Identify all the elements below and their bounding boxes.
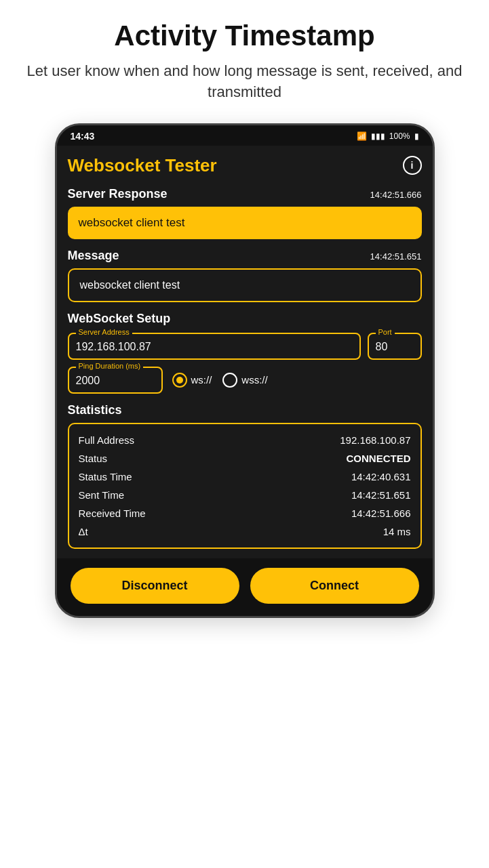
stat-row: Sent Time14:42:51.651 [79, 486, 411, 504]
protocol-wss-option[interactable]: wss:// [222, 373, 267, 388]
battery-icon: ▮ [414, 131, 419, 141]
stat-value: CONNECTED [346, 453, 410, 464]
status-time: 14:43 [71, 131, 95, 142]
server-response-timestamp: 14:42:51.666 [370, 190, 422, 200]
wss-label: wss:// [241, 374, 267, 386]
ping-field[interactable]: Ping Duration (ms) 2000 [68, 367, 163, 394]
stat-value: 14:42:51.666 [351, 508, 411, 519]
statistics-box: Full Address192.168.100.87StatusCONNECTE… [68, 423, 422, 549]
statistics-section: Statistics Full Address192.168.100.87Sta… [68, 403, 422, 549]
info-icon[interactable]: i [403, 156, 422, 175]
ping-label: Ping Duration (ms) [76, 362, 144, 370]
message-timestamp: 14:42:51.651 [370, 251, 422, 262]
wss-radio[interactable] [222, 373, 237, 388]
server-address-value: 192.168.100.87 [76, 338, 353, 353]
battery-text: 100% [389, 131, 410, 141]
stat-value: 14:42:51.651 [351, 489, 411, 501]
server-response-label: Server Response [68, 187, 168, 201]
stat-row: StatusCONNECTED [79, 449, 411, 468]
page-subtitle: Let user know when and how long message … [14, 61, 475, 103]
status-bar: 14:43 📶 ▮▮▮ 100% ▮ [57, 125, 433, 146]
bottom-bar: Disconnect Connect [57, 558, 433, 616]
stat-key: Δt [79, 526, 88, 537]
connect-button[interactable]: Connect [250, 568, 419, 604]
protocol-group: ws:// wss:// [172, 373, 268, 388]
server-response-value: websocket client test [79, 216, 185, 229]
ws-label: ws:// [191, 374, 212, 386]
signal-icon: ▮▮▮ [371, 131, 385, 141]
app-title: Websocket Tester [68, 155, 217, 176]
message-box[interactable]: websocket client test [68, 268, 422, 302]
stat-key: Sent Time [79, 489, 125, 501]
stat-key: Full Address [79, 434, 135, 446]
websocket-setup-section: WebSocket Setup Server Address 192.168.1… [68, 312, 422, 394]
message-value: websocket client test [80, 279, 180, 291]
stat-key: Status [79, 453, 108, 464]
ws-radio[interactable] [172, 373, 187, 388]
wifi-icon: 📶 [357, 131, 367, 141]
ping-protocol-row: Ping Duration (ms) 2000 ws:// wss:// [68, 367, 422, 394]
page-title: Activity Timestamp [114, 20, 374, 51]
stat-key: Received Time [79, 508, 146, 519]
stat-value: 14:42:40.631 [351, 471, 411, 482]
stat-row: Status Time14:42:40.631 [79, 468, 411, 486]
message-header: Message 14:42:51.651 [68, 249, 422, 263]
setup-title: WebSocket Setup [68, 312, 422, 326]
stat-key: Status Time [79, 471, 132, 482]
ping-value: 2000 [76, 372, 155, 387]
stat-row: Received Time14:42:51.666 [79, 504, 411, 522]
app-header: Websocket Tester i [68, 155, 422, 176]
disconnect-button[interactable]: Disconnect [71, 568, 239, 604]
protocol-ws-option[interactable]: ws:// [172, 373, 212, 388]
statistics-title: Statistics [68, 403, 422, 417]
ws-radio-inner [176, 377, 183, 384]
stat-value: 192.168.100.87 [340, 434, 410, 446]
stat-row: Δt14 ms [79, 522, 411, 541]
port-value: 80 [376, 338, 414, 353]
stat-row: Full Address192.168.100.87 [79, 431, 411, 449]
status-icons: 📶 ▮▮▮ 100% ▮ [357, 131, 419, 141]
port-label: Port [376, 328, 395, 336]
server-address-label: Server Address [76, 328, 132, 336]
phone-mockup: 14:43 📶 ▮▮▮ 100% ▮ Websocket Tester i Se… [55, 123, 435, 618]
server-address-field[interactable]: Server Address 192.168.100.87 [68, 333, 361, 360]
message-label: Message [68, 249, 119, 263]
server-response-box: websocket client test [68, 207, 422, 239]
port-field[interactable]: Port 80 [368, 333, 422, 360]
app-content: Websocket Tester i Server Response 14:42… [57, 146, 433, 549]
stat-value: 14 ms [383, 526, 411, 537]
server-response-header: Server Response 14:42:51.666 [68, 187, 422, 201]
server-port-row: Server Address 192.168.100.87 Port 80 [68, 333, 422, 360]
